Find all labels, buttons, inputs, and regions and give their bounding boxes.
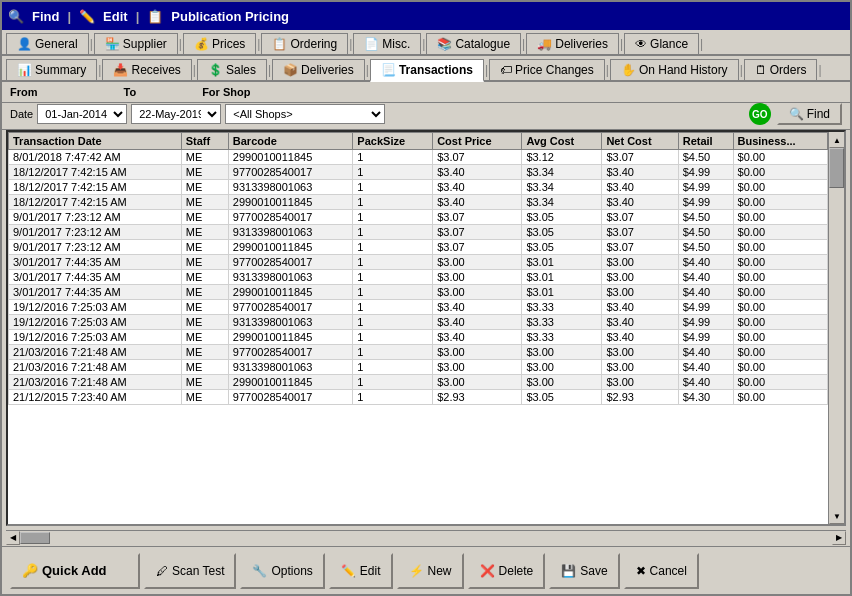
- table-cell: $3.07: [433, 210, 522, 225]
- scan-test-button[interactable]: 🖊 Scan Test: [144, 553, 236, 589]
- table-row[interactable]: 18/12/2017 7:42:15 AMME29900100118451$3.…: [9, 195, 828, 210]
- table-row[interactable]: 21/12/2015 7:23:40 AMME97700285400171$2.…: [9, 390, 828, 405]
- table-cell: 9770028540017: [228, 300, 353, 315]
- tab2-sep8: |: [818, 63, 821, 77]
- tab-receives[interactable]: 📥Receives: [102, 59, 191, 80]
- save-button[interactable]: 💾 Save: [549, 553, 619, 589]
- edit-button[interactable]: ✏️ Edit: [329, 553, 393, 589]
- scroll-left-arrow[interactable]: ◀: [6, 531, 20, 545]
- tab-glance[interactable]: 👁Glance: [624, 33, 699, 54]
- tab-sales[interactable]: 💲Sales: [197, 59, 267, 80]
- col-staff[interactable]: Staff: [181, 133, 228, 150]
- table-row[interactable]: 18/12/2017 7:42:15 AMME97700285400171$3.…: [9, 165, 828, 180]
- table-row[interactable]: 9/01/2017 7:23:12 AMME93133980010631$3.0…: [9, 225, 828, 240]
- go-button[interactable]: GO: [749, 103, 771, 125]
- scroll-down-arrow[interactable]: ▼: [829, 508, 845, 524]
- col-barcode[interactable]: Barcode: [228, 133, 353, 150]
- scroll-track[interactable]: [829, 148, 844, 508]
- tab-orders[interactable]: 🗒Orders: [744, 59, 818, 80]
- table-cell: ME: [181, 390, 228, 405]
- table-cell: 3/01/2017 7:44:35 AM: [9, 285, 182, 300]
- table-row[interactable]: 18/12/2017 7:42:15 AMME93133980010631$3.…: [9, 180, 828, 195]
- table-row[interactable]: 21/03/2016 7:21:48 AMME93133980010631$3.…: [9, 360, 828, 375]
- table-cell: $3.40: [602, 165, 678, 180]
- table-row[interactable]: 8/01/2018 7:47:42 AMME29900100118451$3.0…: [9, 150, 828, 165]
- col-transaction-date[interactable]: Transaction Date: [9, 133, 182, 150]
- table-cell: $3.00: [602, 285, 678, 300]
- table-cell: $0.00: [733, 240, 827, 255]
- title-find[interactable]: Find: [32, 9, 59, 24]
- table-cell: $3.00: [602, 270, 678, 285]
- col-net-cost[interactable]: Net Cost: [602, 133, 678, 150]
- tab-on-hand[interactable]: ✋On Hand History: [610, 59, 739, 80]
- scroll-right-arrow[interactable]: ▶: [832, 531, 846, 545]
- table-cell: $3.40: [602, 195, 678, 210]
- tab-sep6: |: [522, 37, 525, 51]
- table-scroll-area[interactable]: Transaction Date Staff Barcode PackSize …: [8, 132, 828, 524]
- table-row[interactable]: 19/12/2016 7:25:03 AMME97700285400171$3.…: [9, 300, 828, 315]
- table-cell: $4.99: [678, 165, 733, 180]
- table-row[interactable]: 9/01/2017 7:23:12 AMME29900100118451$3.0…: [9, 240, 828, 255]
- quick-add-button[interactable]: 🔑 Quick Add: [10, 553, 140, 589]
- delete-button[interactable]: ❌ Delete: [468, 553, 546, 589]
- horizontal-scrollbar[interactable]: ◀ ▶: [6, 530, 846, 544]
- new-button[interactable]: ⚡ New: [397, 553, 464, 589]
- table-cell: $3.40: [602, 315, 678, 330]
- table-row[interactable]: 21/03/2016 7:21:48 AMME97700285400171$3.…: [9, 345, 828, 360]
- table-cell: 1: [353, 315, 433, 330]
- sep1: |: [67, 9, 71, 24]
- cancel-button[interactable]: ✖ Cancel: [624, 553, 699, 589]
- table-cell: $4.99: [678, 315, 733, 330]
- vertical-scrollbar[interactable]: ▲ ▼: [828, 132, 844, 524]
- options-button[interactable]: 🔧 Options: [240, 553, 324, 589]
- shop-select[interactable]: <All Shops>: [225, 104, 385, 124]
- table-row[interactable]: 3/01/2017 7:44:35 AMME29900100118451$3.0…: [9, 285, 828, 300]
- on-hand-icon: ✋: [621, 63, 636, 77]
- delete-icon: ❌: [480, 564, 495, 578]
- table-cell: ME: [181, 195, 228, 210]
- transactions-table: Transaction Date Staff Barcode PackSize …: [8, 132, 828, 405]
- table-cell: $3.34: [522, 180, 602, 195]
- tab-summary[interactable]: 📊Summary: [6, 59, 97, 80]
- table-row[interactable]: 3/01/2017 7:44:35 AMME93133980010631$3.0…: [9, 270, 828, 285]
- col-avg-cost[interactable]: Avg Cost: [522, 133, 602, 150]
- tab-sep8: |: [700, 37, 703, 51]
- tab-supplier[interactable]: 🏪Supplier: [94, 33, 178, 54]
- find-menu-icon: 🔍: [8, 9, 24, 24]
- table-cell: 18/12/2017 7:42:15 AM: [9, 195, 182, 210]
- hscroll-thumb[interactable]: [20, 532, 50, 544]
- table-row[interactable]: 19/12/2016 7:25:03 AMME29900100118451$3.…: [9, 330, 828, 345]
- tab-transactions[interactable]: 📃Transactions: [370, 59, 484, 82]
- table-row[interactable]: 21/03/2016 7:21:48 AMME29900100118451$3.…: [9, 375, 828, 390]
- tab-general[interactable]: 👤General: [6, 33, 89, 54]
- tab-price-changes[interactable]: 🏷Price Changes: [489, 59, 605, 80]
- find-button[interactable]: 🔍Find: [777, 103, 842, 125]
- col-packsize[interactable]: PackSize: [353, 133, 433, 150]
- scroll-thumb[interactable]: [829, 148, 844, 188]
- table-row[interactable]: 3/01/2017 7:44:35 AMME97700285400171$3.0…: [9, 255, 828, 270]
- table-cell: 1: [353, 330, 433, 345]
- hscroll-track[interactable]: [20, 532, 832, 544]
- tab-misc[interactable]: 📄Misc.: [353, 33, 421, 54]
- col-cost-price[interactable]: Cost Price: [433, 133, 522, 150]
- table-cell: 21/03/2016 7:21:48 AM: [9, 345, 182, 360]
- table-cell: 19/12/2016 7:25:03 AM: [9, 300, 182, 315]
- table-row[interactable]: 9/01/2017 7:23:12 AMME97700285400171$3.0…: [9, 210, 828, 225]
- title-edit[interactable]: Edit: [103, 9, 128, 24]
- tab-prices[interactable]: 💰Prices: [183, 33, 256, 54]
- tab-deliveries[interactable]: 🚚Deliveries: [526, 33, 619, 54]
- deliveries-top-icon: 🚚: [537, 37, 552, 51]
- col-retail[interactable]: Retail: [678, 133, 733, 150]
- tab-ordering[interactable]: 📋Ordering: [261, 33, 348, 54]
- to-date-select[interactable]: 22-May-2019: [131, 104, 221, 124]
- tab-deliveries-bottom[interactable]: 📦Deliveries: [272, 59, 365, 80]
- table-row[interactable]: 19/12/2016 7:25:03 AMME93133980010631$3.…: [9, 315, 828, 330]
- table-cell: ME: [181, 300, 228, 315]
- scroll-up-arrow[interactable]: ▲: [829, 132, 845, 148]
- tab-catalogue[interactable]: 📚Catalogue: [426, 33, 521, 54]
- table-cell: 1: [353, 270, 433, 285]
- filter-bar: From To For Shop: [2, 82, 850, 103]
- from-date-select[interactable]: 01-Jan-2014: [37, 104, 127, 124]
- col-business[interactable]: Business...: [733, 133, 827, 150]
- table-cell: ME: [181, 360, 228, 375]
